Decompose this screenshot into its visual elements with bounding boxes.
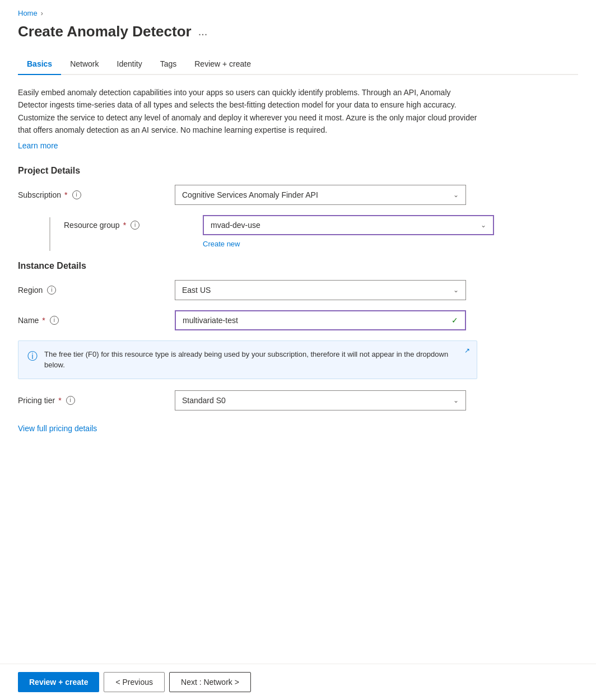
- subscription-row: Subscription * i Cognitive Services Anom…: [18, 185, 578, 205]
- instance-details-header: Instance Details: [18, 261, 578, 271]
- region-row: Region i East US ⌄: [18, 280, 578, 300]
- subscription-dropdown[interactable]: Cognitive Services Anomaly Finder API ⌄: [175, 185, 466, 205]
- name-valid-icon: ✓: [451, 316, 458, 325]
- subscription-control-wrapper: Cognitive Services Anomaly Finder API ⌄: [175, 185, 466, 205]
- tab-identity[interactable]: Identity: [108, 54, 151, 75]
- tab-review-create[interactable]: Review + create: [185, 54, 260, 75]
- info-banner-text: The free tier (F0) for this resource typ…: [44, 349, 468, 371]
- name-input[interactable]: multivariate-test ✓: [175, 310, 466, 330]
- resource-group-chevron-icon: ⌄: [481, 221, 486, 229]
- subscription-required: *: [64, 190, 67, 199]
- name-required: *: [42, 316, 45, 325]
- pricing-tier-row: Pricing tier * i Standard S0 ⌄: [18, 390, 578, 410]
- subscription-chevron-icon: ⌄: [453, 191, 459, 199]
- name-row: Name * i multivariate-test ✓: [18, 310, 578, 330]
- resource-group-required: *: [123, 221, 126, 230]
- page-description: Easily embed anomaly detection capabilit…: [18, 86, 477, 137]
- external-link-icon[interactable]: ↗: [464, 347, 470, 354]
- resource-group-info-icon[interactable]: i: [131, 221, 139, 230]
- region-label: Region i: [18, 286, 175, 295]
- page-title: Create Anomaly Detector: [18, 23, 192, 40]
- page-title-row: Create Anomaly Detector ...: [18, 23, 578, 40]
- pricing-tier-dropdown[interactable]: Standard S0 ⌄: [175, 390, 466, 410]
- name-label: Name * i: [18, 316, 175, 325]
- pricing-tier-info-icon[interactable]: i: [66, 396, 75, 405]
- learn-more-link[interactable]: Learn more: [18, 141, 578, 150]
- resource-group-dropdown[interactable]: mvad-dev-use ⌄: [203, 215, 494, 235]
- region-chevron-icon: ⌄: [453, 286, 459, 294]
- pricing-tier-control-wrapper: Standard S0 ⌄: [175, 390, 466, 410]
- breadcrumb-separator: ›: [41, 10, 43, 17]
- subscription-label: Subscription * i: [18, 190, 175, 199]
- region-dropdown[interactable]: East US ⌄: [175, 280, 466, 300]
- project-details-header: Project Details: [18, 166, 578, 176]
- tab-tags[interactable]: Tags: [151, 54, 186, 75]
- indent-bar: [49, 217, 50, 251]
- name-info-icon[interactable]: i: [50, 316, 59, 325]
- tab-basics[interactable]: Basics: [18, 54, 61, 75]
- page-options-icon[interactable]: ...: [198, 25, 208, 38]
- review-create-button[interactable]: Review + create: [18, 672, 99, 692]
- resource-group-label: Resource group * i: [64, 221, 203, 230]
- info-banner-icon: ⓘ: [27, 349, 38, 363]
- previous-button[interactable]: < Previous: [104, 672, 165, 692]
- resource-group-control-wrapper: mvad-dev-use ⌄: [203, 215, 494, 235]
- info-banner: ⓘ The free tier (F0) for this resource t…: [18, 340, 477, 379]
- region-info-icon[interactable]: i: [47, 286, 56, 295]
- region-control-wrapper: East US ⌄: [175, 280, 466, 300]
- subscription-info-icon[interactable]: i: [72, 190, 81, 199]
- name-control-wrapper: multivariate-test ✓: [175, 310, 466, 330]
- pricing-tier-label: Pricing tier * i: [18, 396, 175, 405]
- pricing-tier-required: *: [58, 396, 61, 405]
- breadcrumb: Home ›: [18, 9, 578, 17]
- create-new-link[interactable]: Create new: [203, 240, 578, 248]
- resource-group-row: Resource group * i mvad-dev-use ⌄: [64, 215, 578, 235]
- tab-navigation: Basics Network Identity Tags Review + cr…: [18, 54, 578, 75]
- home-link[interactable]: Home: [18, 9, 38, 17]
- next-button[interactable]: Next : Network >: [169, 672, 251, 692]
- pricing-tier-chevron-icon: ⌄: [453, 396, 459, 404]
- tab-network[interactable]: Network: [61, 54, 108, 75]
- bottom-bar: Review + create < Previous Next : Networ…: [0, 664, 596, 700]
- view-pricing-link[interactable]: View full pricing details: [18, 424, 97, 433]
